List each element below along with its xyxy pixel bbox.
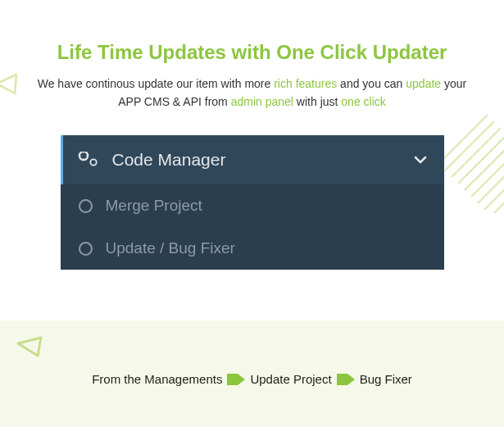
subtitle-highlight: update bbox=[406, 77, 441, 90]
svg-marker-15 bbox=[227, 374, 245, 385]
page-subtitle: We have continous update our item with m… bbox=[0, 75, 504, 135]
chevron-down-icon bbox=[413, 152, 428, 167]
panel-item-merge-project[interactable]: Merge Project bbox=[61, 184, 444, 227]
panel-item-label: Merge Project bbox=[106, 197, 202, 215]
breadcrumb-item: Update Project bbox=[250, 372, 331, 386]
svg-marker-16 bbox=[337, 374, 355, 385]
page-title: Life Time Updates with One Click Updater bbox=[0, 0, 504, 75]
subtitle-seg: We have continous update our item with m… bbox=[38, 77, 274, 90]
svg-line-7 bbox=[478, 154, 504, 203]
decorative-triangle-outline bbox=[15, 335, 43, 361]
subtitle-seg: with just bbox=[293, 95, 341, 108]
gears-icon bbox=[78, 152, 101, 168]
panel-title: Code Manager bbox=[112, 150, 413, 170]
svg-point-10 bbox=[81, 154, 84, 157]
panel-item-update-bug-fixer[interactable]: Update / Bug Fixer bbox=[61, 227, 444, 270]
svg-marker-14 bbox=[18, 338, 41, 356]
svg-line-4 bbox=[458, 134, 504, 184]
breadcrumb-item: From the Managements bbox=[92, 372, 222, 386]
subtitle-highlight: one click bbox=[341, 95, 385, 108]
decorative-triangle-outline bbox=[0, 72, 20, 100]
subtitle-highlight: rich features bbox=[274, 77, 337, 90]
svg-marker-0 bbox=[0, 75, 16, 93]
arrow-tag-icon bbox=[337, 373, 355, 386]
panel-header-code-manager[interactable]: Code Manager bbox=[61, 135, 444, 184]
svg-point-12 bbox=[92, 161, 94, 164]
breadcrumb: From the Managements Update Project Bug … bbox=[0, 372, 504, 386]
svg-line-3 bbox=[452, 128, 501, 177]
bottom-bar: From the Managements Update Project Bug … bbox=[0, 320, 504, 427]
panel-item-label: Update / Bug Fixer bbox=[106, 239, 235, 257]
svg-line-1 bbox=[438, 115, 488, 164]
code-manager-panel: Code Manager Merge Project Update / Bug … bbox=[61, 135, 444, 270]
subtitle-seg: and you can bbox=[337, 77, 406, 90]
radio-unchecked-icon bbox=[79, 242, 93, 256]
decorative-diagonal-lines bbox=[438, 115, 504, 216]
arrow-tag-icon bbox=[227, 373, 245, 386]
radio-unchecked-icon bbox=[79, 199, 93, 213]
subtitle-highlight: admin panel bbox=[231, 95, 293, 108]
breadcrumb-item: Bug Fixer bbox=[360, 372, 412, 386]
svg-line-2 bbox=[445, 121, 494, 170]
